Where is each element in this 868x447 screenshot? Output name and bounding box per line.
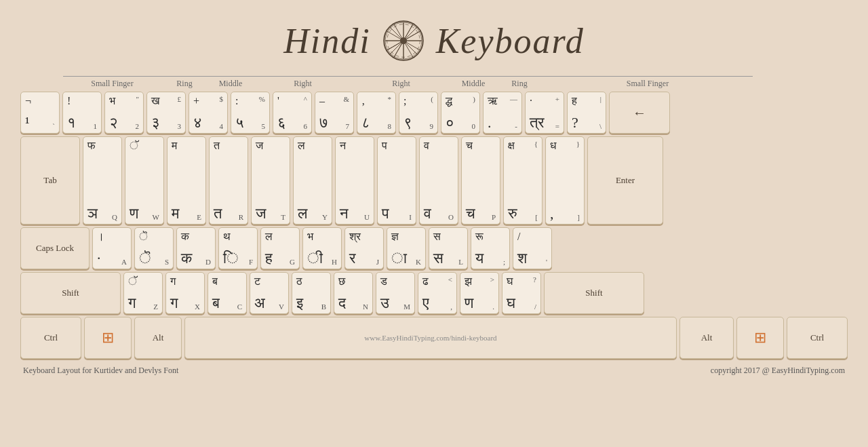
ctrl-left-key[interactable]: Ctrl <box>20 317 81 359</box>
finger-label-middle-left: Middle <box>208 76 254 89</box>
asdf-row: Caps Lock । ·A ॆ ॆS क कD थ िF <box>20 227 848 269</box>
ctrl-right-key[interactable]: Ctrl <box>787 317 848 359</box>
enter-key[interactable]: Enter <box>587 136 663 225</box>
key-o[interactable]: व वO <box>419 136 458 225</box>
key-backtick[interactable]: ¬ ¹` <box>20 92 60 134</box>
key-backslash[interactable]: ह| ?\ <box>567 92 606 134</box>
key-f[interactable]: थ िF <box>218 227 258 269</box>
key-e[interactable]: म मE <box>167 136 206 225</box>
caps-lock-label: Caps Lock <box>36 243 74 254</box>
title-part2: Keyboard <box>436 21 585 61</box>
title-area: Hindi Keyboard <box>20 7 848 76</box>
key-bracket-open[interactable]: क्ष{ रु[ <box>503 136 542 225</box>
key-c[interactable]: ब बC <box>208 272 247 314</box>
key-4[interactable]: +$ ४4 <box>189 92 228 134</box>
key-bracket-close[interactable]: ध} ,] <box>545 136 585 225</box>
key-1[interactable]: ! १1 <box>62 92 102 134</box>
key-0[interactable]: द्ध) ०0 <box>441 92 480 134</box>
key-v[interactable]: ट अV <box>250 272 289 314</box>
key-minus[interactable]: ऋ— .- <box>483 92 522 134</box>
alt-left-key[interactable]: Alt <box>134 317 182 359</box>
key-m[interactable]: ड उM <box>376 272 415 314</box>
key-d[interactable]: क कD <box>176 227 216 269</box>
windows-logo-right-icon: ⊞ <box>754 329 766 347</box>
footer: Keyboard Layout for Kurtidev and Devlys … <box>20 359 848 376</box>
key-s[interactable]: ॆ ॆS <box>134 227 174 269</box>
shift-right-label: Shift <box>585 288 602 298</box>
key-h[interactable]: भ ीH <box>302 227 342 269</box>
shift-left-key[interactable]: Shift <box>20 272 121 314</box>
key-b[interactable]: ठ इB <box>292 272 331 314</box>
key-w[interactable]: ॅ णW <box>125 136 164 225</box>
win-left-key[interactable]: ⊞ <box>84 317 132 359</box>
enter-label: Enter <box>616 175 635 186</box>
key-y[interactable]: ल लY <box>293 136 332 225</box>
tab-label: Tab <box>43 175 56 186</box>
key-g[interactable]: ल हG <box>260 227 300 269</box>
key-u[interactable]: न नU <box>335 136 374 225</box>
alt-right-label: Alt <box>701 332 713 343</box>
key-p[interactable]: च चP <box>461 136 500 225</box>
key-l[interactable]: स सL <box>429 227 468 269</box>
key-comma[interactable]: ढ< ए, <box>418 272 457 314</box>
key-6[interactable]: '^ ६6 <box>273 92 312 134</box>
qwerty-row: Tab फ ञQ ॅ णW म मE त तR <box>20 136 848 225</box>
footer-left: Keyboard Layout for Kurtidev and Devlys … <box>23 366 178 376</box>
finger-label-small-finger-right: Small Finger <box>542 76 753 89</box>
key-period[interactable]: झ> ण. <box>460 272 499 314</box>
key-slash[interactable]: घ? घ/ <box>502 272 541 314</box>
key-semicolon[interactable]: रू य; <box>471 227 510 269</box>
finger-label-small-finger-left: Small Finger <box>63 76 161 89</box>
number-row: ¬ ¹` ! १1 भ" २2 ख£ ३3 +$ ४4 <box>20 92 848 134</box>
key-2[interactable]: भ" २2 <box>104 92 144 134</box>
footer-right: copyright 2017 @ EasyHindiTyping.com <box>711 366 845 376</box>
finger-label-right-index2: Right <box>352 76 450 89</box>
key-7[interactable]: –& ७7 <box>315 92 354 134</box>
zxcv-row: Shift ॅ गZ ग गX ब बC ट अV <box>20 272 848 314</box>
key-x[interactable]: ग गX <box>165 272 205 314</box>
key-8[interactable]: ‚* ८8 <box>357 92 396 134</box>
key-z[interactable]: ॅ गZ <box>123 272 163 314</box>
key-equals[interactable]: ·+ त्र= <box>525 92 564 134</box>
shift-right-key[interactable]: Shift <box>544 272 644 314</box>
win-right-key[interactable]: ⊞ <box>736 317 784 359</box>
alt-right-key[interactable]: Alt <box>679 317 734 359</box>
key-i[interactable]: प पI <box>377 136 416 225</box>
key-r[interactable]: त तR <box>209 136 248 225</box>
key-a[interactable]: । ·A <box>92 227 132 269</box>
key-5[interactable]: :% ५5 <box>231 92 270 134</box>
key-3[interactable]: ख£ ३3 <box>146 92 186 134</box>
backspace-icon: ← <box>633 105 646 121</box>
shift-left-label: Shift <box>62 288 79 298</box>
title-part1: Hindi <box>283 21 370 61</box>
ctrl-right-label: Ctrl <box>810 332 824 343</box>
keyboard: ¬ ¹` ! १1 भ" २2 ख£ ३3 +$ ४4 <box>20 92 848 359</box>
finger-labels: Small Finger Ring Middle Right Right Mid… <box>20 76 848 89</box>
space-key[interactable]: www.EasyHindiTyping.com/hindi-keyboard <box>184 317 677 359</box>
key-k[interactable]: ज्ञ ाK <box>387 227 426 269</box>
page-wrapper: Hindi Keyboard <box>0 0 868 383</box>
finger-label-middle-right: Middle <box>450 76 496 89</box>
caps-lock-key[interactable]: Caps Lock <box>20 227 90 269</box>
ashoka-wheel-icon <box>382 19 425 62</box>
tab-key[interactable]: Tab <box>20 136 80 225</box>
key-q[interactable]: फ ञQ <box>83 136 122 225</box>
key-quote[interactable]: / श' <box>513 227 552 269</box>
finger-label-ring-right: Ring <box>496 76 542 89</box>
backspace-key[interactable]: ← <box>609 92 670 134</box>
key-j[interactable]: श्र रJ <box>344 227 384 269</box>
space-url: www.EasyHindiTyping.com/hindi-keyboard <box>364 334 496 342</box>
key-9[interactable]: ;( ९9 <box>399 92 438 134</box>
finger-label-right-index: Right <box>254 76 352 89</box>
key-t[interactable]: ज जT <box>251 136 290 225</box>
bottom-row: Ctrl ⊞ Alt www.EasyHindiTyping.com/hindi… <box>20 317 848 359</box>
ctrl-left-label: Ctrl <box>44 332 58 343</box>
alt-left-label: Alt <box>153 332 164 343</box>
windows-logo-left-icon: ⊞ <box>102 329 114 347</box>
key-n[interactable]: छ दN <box>334 272 373 314</box>
finger-label-ring-left: Ring <box>161 76 208 89</box>
